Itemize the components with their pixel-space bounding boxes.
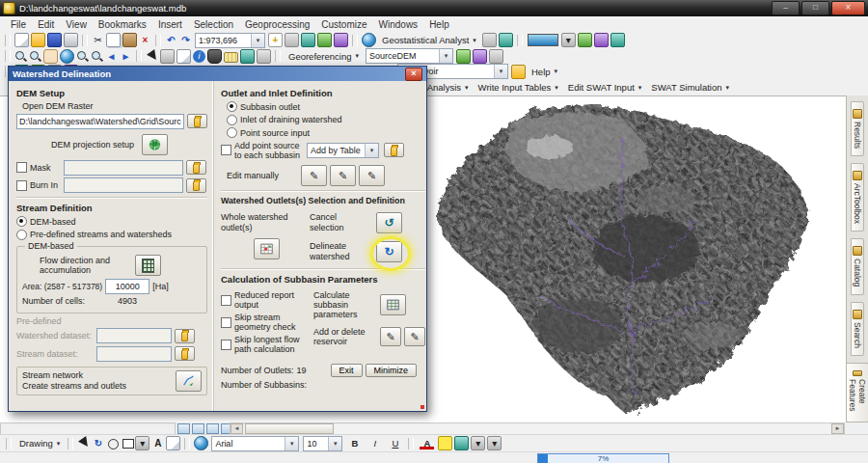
- identify-icon[interactable]: [193, 50, 205, 63]
- whole-watershed-outlet-button[interactable]: [254, 238, 280, 259]
- skip-longest-checkbox[interactable]: [221, 340, 231, 350]
- swat-menu-edit-swat-input[interactable]: Edit SWAT Input: [563, 80, 647, 95]
- close-window-button[interactable]: [831, 1, 865, 15]
- italic-button[interactable]: I: [366, 436, 384, 450]
- select-features-icon[interactable]: [160, 49, 175, 64]
- stream-dataset-input[interactable]: [96, 346, 172, 362]
- symbol-selector-icon[interactable]: [194, 436, 208, 450]
- redo-icon[interactable]: ↷: [179, 34, 192, 46]
- delineate-watershed-button[interactable]: ↻: [376, 241, 402, 262]
- new-text-icon[interactable]: A: [151, 437, 164, 449]
- mask-input[interactable]: [64, 160, 183, 176]
- calculate-subbasin-button[interactable]: [380, 294, 406, 315]
- zoom-in-icon[interactable]: [14, 50, 27, 63]
- delete-reservoir-button[interactable]: ✎: [404, 327, 425, 346]
- combo-arrow-icon[interactable]: [439, 49, 452, 63]
- area-threshold-input[interactable]: [105, 279, 149, 294]
- add-by-table-folder-button[interactable]: [384, 143, 404, 157]
- callout-text-icon[interactable]: [166, 436, 180, 450]
- geostatistical-icon[interactable]: [362, 33, 376, 47]
- edit-redefine-outlet-button[interactable]: ✎: [359, 165, 385, 186]
- raster-tool-icon[interactable]: [594, 33, 609, 47]
- add-reservoir-button[interactable]: ✎: [380, 327, 401, 346]
- combo-arrow-icon[interactable]: [365, 144, 378, 157]
- edit-delete-outlet-button[interactable]: ✎: [330, 165, 356, 186]
- data-view-button[interactable]: [177, 423, 190, 434]
- scroll-left-icon[interactable]: [231, 423, 243, 434]
- layout-view-button[interactable]: [192, 423, 204, 434]
- shape-dropdown-icon[interactable]: ▾: [135, 436, 149, 450]
- cut-icon[interactable]: ✂: [92, 34, 104, 46]
- open-folder-icon[interactable]: [31, 33, 45, 47]
- burn-in-checkbox[interactable]: [16, 180, 27, 191]
- georef-table-icon[interactable]: [489, 49, 503, 64]
- dialog-close-button[interactable]: [405, 68, 422, 81]
- print-icon[interactable]: [64, 33, 78, 47]
- menu-help[interactable]: Help: [423, 18, 455, 31]
- exit-button[interactable]: Exit: [331, 364, 363, 377]
- fixed-zoom-in-icon[interactable]: [76, 50, 89, 63]
- fill-color-icon[interactable]: ▾: [487, 436, 502, 450]
- predefined-radio[interactable]: [16, 230, 27, 240]
- swat-folder-icon[interactable]: [511, 65, 526, 79]
- stream-dataset-folder-button[interactable]: [175, 346, 195, 361]
- new-document-icon[interactable]: [14, 33, 29, 47]
- scroll-right-icon[interactable]: [831, 423, 844, 434]
- add-point-source-checkbox[interactable]: [221, 145, 231, 155]
- circle-tool-icon[interactable]: [106, 437, 119, 449]
- point-source-radio[interactable]: [227, 127, 237, 138]
- highlight-color-icon[interactable]: [438, 436, 452, 450]
- burn-in-input[interactable]: [64, 177, 183, 193]
- font-color-button[interactable]: A: [418, 436, 436, 450]
- menu-insert[interactable]: Insert: [152, 18, 188, 31]
- tab-results[interactable]: Results: [851, 101, 864, 156]
- go-to-xy-icon[interactable]: [240, 49, 255, 64]
- bold-button[interactable]: B: [345, 436, 364, 450]
- watershed-dataset-input[interactable]: [96, 328, 172, 343]
- rectangle-tool-icon[interactable]: [121, 437, 133, 449]
- tab-catalog[interactable]: Catalog: [851, 238, 864, 294]
- open-dem-folder-button[interactable]: [187, 114, 207, 128]
- dem-projection-setup-button[interactable]: [142, 134, 168, 155]
- histogram-icon[interactable]: [482, 33, 497, 47]
- minimize-window-button[interactable]: [772, 1, 800, 15]
- underline-button[interactable]: U: [386, 436, 404, 450]
- swat-menu-write-input-tables[interactable]: Write Input Tables: [474, 80, 563, 95]
- swatch-dropdown-icon[interactable]: ▾: [561, 33, 576, 47]
- more-colors-icon[interactable]: ▾: [471, 436, 485, 450]
- watershed-dataset-folder-button[interactable]: [175, 329, 195, 343]
- create-streams-outlets-button[interactable]: [176, 370, 202, 392]
- tab-create-features[interactable]: Create Features: [846, 363, 868, 423]
- layer-combo[interactable]: SourceDEM: [366, 48, 453, 64]
- clear-selection-icon[interactable]: [176, 49, 191, 64]
- interpolation-icon[interactable]: [610, 33, 625, 47]
- edit-add-outlet-button[interactable]: ✎: [301, 165, 327, 186]
- flow-direction-button[interactable]: [135, 255, 161, 276]
- pan-icon[interactable]: [43, 49, 58, 64]
- subbasin-outlet-radio[interactable]: [227, 101, 237, 112]
- dem-path-input[interactable]: [16, 114, 184, 129]
- font-size-combo[interactable]: 10: [303, 436, 342, 451]
- tab-arctoolbox[interactable]: ArcToolbox: [851, 163, 864, 232]
- menu-windows[interactable]: Windows: [373, 18, 424, 31]
- menu-view[interactable]: View: [60, 18, 93, 31]
- select-elements-icon[interactable]: [77, 437, 90, 449]
- find-icon[interactable]: [207, 49, 222, 64]
- table-of-contents-icon[interactable]: [285, 33, 299, 47]
- dialog-titlebar[interactable]: Watershed Delineation: [9, 67, 426, 81]
- menu-edit[interactable]: Edit: [32, 18, 60, 31]
- semivariogram-icon[interactable]: [499, 33, 513, 47]
- rotate-element-icon[interactable]: ↻: [92, 437, 104, 449]
- minimize-dialog-button[interactable]: Minimize: [366, 364, 418, 377]
- zoom-out-icon[interactable]: [29, 50, 41, 63]
- save-icon[interactable]: [47, 33, 62, 47]
- georeferencing-menu[interactable]: Georeferencing: [284, 49, 364, 64]
- menu-file[interactable]: File: [5, 18, 32, 31]
- maximize-window-button[interactable]: [801, 1, 829, 15]
- color-ramp-swatch[interactable]: [528, 34, 558, 46]
- toolbox-icon[interactable]: [317, 33, 332, 47]
- add-data-icon[interactable]: [268, 33, 283, 47]
- dem-based-radio[interactable]: [16, 216, 27, 227]
- copy-icon[interactable]: [106, 33, 121, 47]
- combo-arrow-icon[interactable]: [251, 34, 264, 47]
